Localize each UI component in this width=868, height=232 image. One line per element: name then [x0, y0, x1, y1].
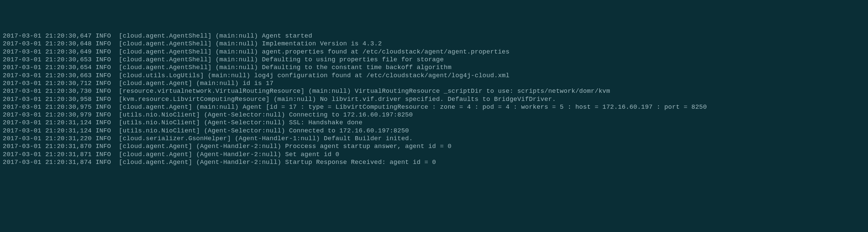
log-line: 2017-03-01 21:20:30,649 INFO [cloud.agen…	[3, 48, 865, 56]
log-line: 2017-03-01 21:20:30,663 INFO [cloud.util…	[3, 72, 865, 80]
log-line: 2017-03-01 21:20:30,712 INFO [cloud.agen…	[3, 80, 865, 87]
log-line: 2017-03-01 21:20:30,654 INFO [cloud.agen…	[3, 64, 865, 71]
log-line: 2017-03-01 21:20:31,874 INFO [cloud.agen…	[3, 159, 865, 166]
log-line: 2017-03-01 21:20:31,870 INFO [cloud.agen…	[3, 143, 865, 150]
log-line: 2017-03-01 21:20:30,979 INFO [utils.nio.…	[3, 111, 865, 119]
log-line: 2017-03-01 21:20:31,124 INFO [utils.nio.…	[3, 119, 865, 127]
log-line: 2017-03-01 21:20:30,958 INFO [kvm.resour…	[3, 96, 865, 103]
log-output-container: 2017-03-01 21:20:30,647 INFO [cloud.agen…	[3, 32, 865, 166]
log-line: 2017-03-01 21:20:31,124 INFO [utils.nio.…	[3, 127, 865, 135]
log-line: 2017-03-01 21:20:31,871 INFO [cloud.agen…	[3, 151, 865, 159]
log-line: 2017-03-01 21:20:30,647 INFO [cloud.agen…	[3, 32, 865, 40]
log-line: 2017-03-01 21:20:30,975 INFO [cloud.agen…	[3, 103, 865, 111]
log-line: 2017-03-01 21:20:30,648 INFO [cloud.agen…	[3, 40, 865, 48]
log-line: 2017-03-01 21:20:30,730 INFO [resource.v…	[3, 87, 865, 95]
log-line: 2017-03-01 21:20:31,220 INFO [cloud.seri…	[3, 135, 865, 143]
log-line: 2017-03-01 21:20:30,653 INFO [cloud.agen…	[3, 56, 865, 64]
